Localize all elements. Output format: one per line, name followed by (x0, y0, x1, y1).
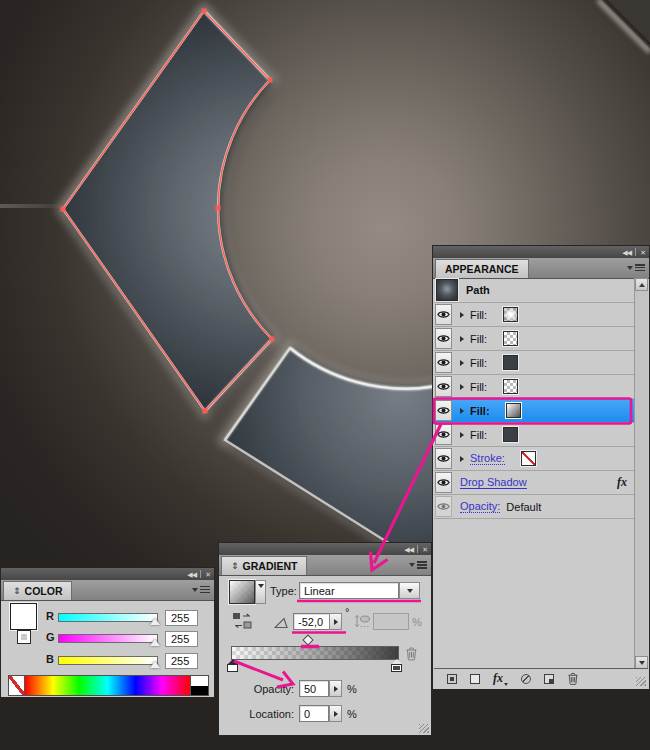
gradient-slider-bar[interactable] (231, 646, 399, 660)
color-panel-menu-button[interactable] (192, 586, 210, 594)
type-label: Type: (270, 585, 297, 597)
gradient-preset-dropdown-button[interactable] (255, 580, 266, 604)
none-color-swatch[interactable] (9, 676, 25, 695)
opacity-link[interactable]: Opacity: (460, 501, 500, 513)
fill-row-label: Fill: (470, 309, 487, 321)
appearance-row-fill-5-selected[interactable]: Fill: (434, 399, 635, 423)
fill-swatch-transparent[interactable] (503, 379, 518, 394)
red-slider-handle[interactable] (150, 618, 160, 625)
visibility-toggle[interactable] (435, 496, 452, 517)
white-black-swatches[interactable] (190, 676, 208, 695)
close-panel-icon[interactable]: ✕ (422, 546, 427, 553)
close-panel-icon[interactable]: ✕ (205, 571, 210, 578)
green-value-field[interactable]: 255 (165, 631, 198, 647)
color-panel-titlebar: ◀◀ ✕ (1, 568, 214, 580)
disclosure-icon[interactable] (460, 432, 464, 438)
disclosure-icon[interactable] (460, 360, 464, 366)
appearance-row-fill-6[interactable]: Fill: (434, 423, 635, 447)
visibility-toggle[interactable] (435, 472, 452, 493)
duplicate-item-icon[interactable] (544, 674, 554, 684)
disclosure-icon[interactable] (460, 312, 464, 318)
gradient-preview-thumbnail[interactable] (229, 580, 255, 604)
eye-icon (437, 454, 450, 463)
collapse-panel-icon[interactable]: ◀◀ (187, 571, 196, 578)
visibility-toggle[interactable] (435, 304, 452, 325)
disclosure-icon[interactable] (460, 456, 464, 462)
channel-b-label: B (46, 653, 54, 665)
color-spectrum-bar[interactable] (8, 675, 209, 696)
visibility-toggle[interactable] (435, 424, 452, 445)
red-channel-slider[interactable] (58, 613, 158, 622)
tab-color[interactable]: ⇕ COLOR (3, 581, 72, 600)
rainbow-spectrum[interactable] (25, 676, 190, 695)
fill-swatch-dark-solid[interactable] (503, 355, 518, 370)
gradient-panel-titlebar: ◀◀ ✕ (219, 543, 431, 555)
green-slider-handle[interactable] (150, 639, 160, 646)
gradient-stop-left-selected[interactable] (226, 659, 239, 672)
reverse-gradient-icon[interactable] (232, 612, 253, 630)
fill-swatch-dark-solid[interactable] (503, 427, 518, 442)
appearance-panel-menu-button[interactable] (627, 264, 645, 272)
stop-location-field[interactable]: 0 (299, 705, 329, 722)
tab-gradient[interactable]: ⇕ GRADIENT (221, 556, 307, 575)
appearance-row-fill-2[interactable]: Fill: (434, 327, 635, 351)
tab-appearance[interactable]: APPEARANCE (435, 259, 529, 278)
collapse-panel-icon[interactable]: ◀◀ (404, 546, 413, 553)
delete-stop-trash-icon[interactable] (405, 646, 418, 661)
green-value: 255 (171, 633, 189, 645)
panel-resize-grip[interactable] (636, 677, 646, 686)
appearance-scrollbar[interactable] (634, 278, 648, 669)
add-new-effect-button[interactable]: fx (493, 671, 508, 686)
angle-spinner-button[interactable] (329, 613, 342, 630)
clear-appearance-icon[interactable] (521, 674, 531, 684)
appearance-row-fill-4[interactable]: Fill: (434, 375, 635, 399)
stroke-color-swatch[interactable] (17, 630, 31, 644)
blue-channel-slider[interactable] (58, 656, 158, 665)
visibility-toggle[interactable] (435, 400, 452, 421)
opacity-spinner-button[interactable] (329, 680, 342, 697)
visibility-toggle[interactable] (435, 376, 452, 397)
delete-item-trash-icon[interactable] (567, 672, 579, 685)
appearance-row-path[interactable]: Path (434, 278, 635, 303)
collapse-panel-icon[interactable]: ◀◀ (622, 249, 631, 256)
appearance-row-fill-3[interactable]: Fill: (434, 351, 635, 375)
visibility-toggle[interactable] (435, 352, 452, 373)
close-panel-icon[interactable]: ✕ (640, 249, 645, 256)
stroke-link[interactable]: Stroke: (470, 453, 505, 465)
gradient-type-dropdown-button[interactable] (399, 582, 420, 599)
green-channel-slider[interactable] (58, 634, 158, 643)
appearance-row-drop-shadow[interactable]: Drop Shadow fx (434, 471, 635, 495)
fill-swatch-linear-gradient[interactable] (506, 403, 521, 418)
fill-swatch-transparent[interactable] (503, 331, 518, 346)
disclosure-icon[interactable] (460, 408, 464, 414)
scroll-up-button[interactable] (635, 278, 648, 291)
disclosure-icon[interactable] (460, 336, 464, 342)
gradient-type-field[interactable]: Linear (299, 582, 399, 599)
panel-resize-grip[interactable] (419, 724, 429, 733)
gradient-angle-field[interactable]: -52,0 (293, 613, 330, 630)
appearance-row-stroke[interactable]: Stroke: (434, 447, 635, 471)
eye-icon (437, 478, 450, 487)
fill-swatch-radial-gradient[interactable] (503, 307, 518, 322)
location-spinner-button[interactable] (329, 705, 342, 722)
blue-slider-handle[interactable] (150, 661, 160, 668)
appearance-row-fill-1[interactable]: Fill: (434, 303, 635, 327)
spinner-triangle-icon (334, 711, 338, 717)
red-value: 255 (171, 612, 189, 624)
red-value-field[interactable]: 255 (165, 610, 198, 626)
add-new-fill-icon[interactable] (470, 674, 480, 684)
tab-appearance-label: APPEARANCE (445, 263, 519, 275)
drop-shadow-link[interactable]: Drop Shadow (460, 477, 527, 489)
fill-color-swatch[interactable] (10, 603, 37, 630)
disclosure-icon[interactable] (460, 384, 464, 390)
stroke-swatch-none[interactable] (521, 451, 536, 466)
visibility-toggle[interactable] (435, 328, 452, 349)
gradient-stop-right[interactable] (390, 659, 403, 672)
gradient-midpoint-marker[interactable] (302, 634, 313, 645)
stop-opacity-field[interactable]: 50 (299, 680, 329, 697)
appearance-row-opacity[interactable]: Opacity: Default (434, 495, 635, 519)
add-new-stroke-icon[interactable] (447, 674, 457, 684)
gradient-panel-menu-button[interactable] (409, 561, 427, 569)
blue-value-field[interactable]: 255 (165, 653, 198, 669)
visibility-toggle[interactable] (435, 448, 452, 469)
